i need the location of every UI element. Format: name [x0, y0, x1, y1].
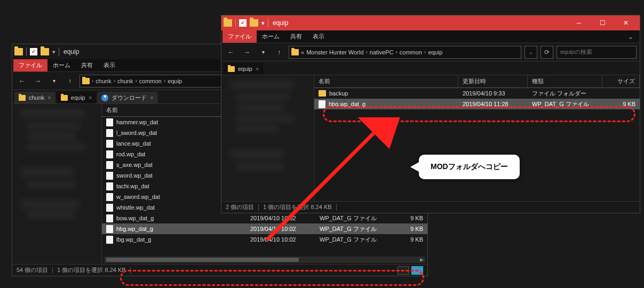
- scrollbar-horizontal[interactable]: ◀▶: [104, 257, 425, 263]
- search-placeholder: equipの検索: [560, 48, 592, 56]
- breadcrumb-item[interactable]: common: [400, 49, 422, 55]
- menu-home[interactable]: ホーム: [47, 59, 76, 71]
- file-name: w_sword.wp_dat: [116, 194, 160, 200]
- breadcrumb-item[interactable]: chunk: [117, 78, 133, 84]
- file-icon: [319, 100, 325, 108]
- file-size: 9 KB: [602, 101, 640, 107]
- recent-dropdown[interactable]: ▾: [257, 46, 269, 59]
- breadcrumb-item[interactable]: equip: [428, 49, 442, 55]
- dropdown-button[interactable]: ⌄: [524, 46, 537, 59]
- up-button[interactable]: ↑: [63, 75, 76, 87]
- file-name: backup: [329, 90, 348, 97]
- breadcrumb-item[interactable]: common: [139, 78, 162, 84]
- close-icon[interactable]: ×: [47, 94, 51, 101]
- menu-view[interactable]: 表示: [98, 59, 121, 71]
- close-icon[interactable]: ×: [89, 94, 92, 101]
- check-icon: ✔: [239, 19, 247, 27]
- file-list[interactable]: backup2019/04/10 9:33ファイル フォルダーhbg.wp_da…: [314, 88, 640, 201]
- col-date[interactable]: 更新日時: [458, 75, 528, 87]
- menubar: ファイル ホーム 共有 表示 ⌄: [221, 30, 640, 43]
- download-icon: [101, 94, 108, 101]
- file-row[interactable]: lbg.wp_dat_g2019/04/10 10:02WP_DAT_G ファイ…: [102, 234, 427, 245]
- breadcrumb[interactable]: « Monster Hunter World› nativePC› common…: [289, 46, 521, 59]
- file-icon: [106, 172, 113, 180]
- col-name[interactable]: 名前: [314, 75, 458, 87]
- recent-dropdown[interactable]: ▾: [47, 75, 60, 87]
- file-name: hammer.wp_dat: [116, 119, 158, 125]
- file-type: WP_DAT_G ファイル: [528, 100, 602, 108]
- up-button[interactable]: ↑: [273, 46, 285, 59]
- navigation-pane[interactable]: [221, 75, 314, 201]
- file-row[interactable]: hbg.wp_dat_g2019/04/10 10:02WP_DAT_G ファイ…: [102, 223, 427, 234]
- navigation-pane[interactable]: [12, 104, 102, 264]
- statusbar: 2 個の項目 1 個の項目を選択 8.24 KB: [221, 201, 640, 213]
- file-type: ファイル フォルダー: [528, 90, 602, 98]
- callout-text: MODフォルダへコピー: [431, 162, 508, 171]
- file-name: bow.wp_dat_g: [116, 215, 154, 221]
- breadcrumb-item[interactable]: nativePC: [370, 49, 394, 55]
- file-type: WP_DAT_G ファイル: [315, 214, 390, 222]
- separator: [235, 19, 236, 27]
- view-details-icon[interactable]: [397, 266, 409, 275]
- file-date: 2019/04/10 11:28: [458, 101, 528, 107]
- tab-label: equip: [238, 66, 252, 72]
- col-size[interactable]: サイズ: [602, 75, 640, 87]
- folder-icon: [291, 49, 299, 55]
- refresh-button[interactable]: ⟳: [540, 46, 553, 59]
- forward-button[interactable]: →: [241, 46, 253, 59]
- titlebar[interactable]: ✔ ▾ equip ─ ☐ ✕: [221, 15, 640, 30]
- window-title: equip: [63, 48, 79, 55]
- breadcrumb-item[interactable]: Monster Hunter World: [306, 49, 363, 55]
- back-button[interactable]: ←: [225, 46, 237, 59]
- file-row[interactable]: bow.wp_dat_g2019/04/10 10:02WP_DAT_G ファイ…: [102, 213, 427, 223]
- separator: [268, 19, 268, 27]
- separator: [26, 47, 27, 56]
- file-icon: [106, 118, 113, 126]
- status-count: 2 個の項目: [226, 203, 254, 211]
- forward-button[interactable]: →: [31, 75, 44, 87]
- expand-ribbon[interactable]: ⌄: [623, 33, 639, 41]
- tab-equip[interactable]: equip ×: [224, 63, 263, 75]
- file-size: 9 KB: [390, 226, 427, 232]
- file-icon: [106, 193, 113, 201]
- explorer-window-target: ✔ ▾ equip ─ ☐ ✕ ファイル ホーム 共有 表示 ⌄ ← → ▾ ↑…: [221, 15, 640, 213]
- menu-share[interactable]: 共有: [76, 59, 98, 71]
- file-icon: [106, 129, 113, 137]
- file-date: 2019/04/10 10:02: [246, 226, 315, 232]
- minimize-button[interactable]: ─: [567, 15, 591, 30]
- breadcrumb-item[interactable]: chunk: [96, 78, 111, 84]
- file-name: hbg.wp_dat_g: [329, 101, 365, 107]
- tab-chunk[interactable]: chunk ×: [14, 92, 55, 103]
- file-size: 9 KB: [390, 215, 427, 221]
- file-row[interactable]: hbg.wp_dat_g2019/04/10 11:28WP_DAT_G ファイ…: [314, 99, 640, 109]
- view-icons-icon[interactable]: [411, 266, 423, 275]
- menu-file[interactable]: ファイル: [222, 30, 257, 43]
- folder-icon: [19, 95, 26, 101]
- close-icon[interactable]: ×: [150, 94, 153, 101]
- breadcrumb-item[interactable]: equip: [168, 78, 182, 84]
- file-date: 2019/04/10 10:02: [246, 236, 315, 243]
- maximize-button[interactable]: ☐: [591, 15, 614, 30]
- col-type[interactable]: 種類: [528, 75, 602, 87]
- file-icon: [106, 140, 113, 148]
- tab-downloads[interactable]: ダウンロード ×: [97, 92, 157, 103]
- search-input[interactable]: equipの検索: [556, 46, 637, 59]
- menu-view[interactable]: 表示: [307, 30, 330, 43]
- folder-icon: [61, 95, 68, 101]
- menu-share[interactable]: 共有: [285, 30, 307, 43]
- folder-icon: [250, 19, 258, 27]
- window-title: equip: [273, 19, 288, 27]
- tab-label: ダウンロード: [112, 94, 147, 102]
- file-name: sword.wp_dat: [116, 172, 153, 179]
- menu-file[interactable]: ファイル: [13, 59, 47, 71]
- close-button[interactable]: ✕: [614, 15, 638, 30]
- file-name: rod.wp_dat: [116, 151, 145, 157]
- back-button[interactable]: ←: [15, 75, 28, 87]
- tab-equip[interactable]: equip ×: [57, 92, 96, 103]
- menu-home[interactable]: ホーム: [257, 30, 285, 43]
- file-name: lance.wp_dat: [116, 140, 151, 147]
- close-icon[interactable]: ×: [256, 66, 259, 72]
- status-count: 54 個の項目: [17, 266, 48, 274]
- file-name: lbg.wp_dat_g: [116, 236, 151, 243]
- file-row[interactable]: backup2019/04/10 9:33ファイル フォルダー: [314, 88, 640, 99]
